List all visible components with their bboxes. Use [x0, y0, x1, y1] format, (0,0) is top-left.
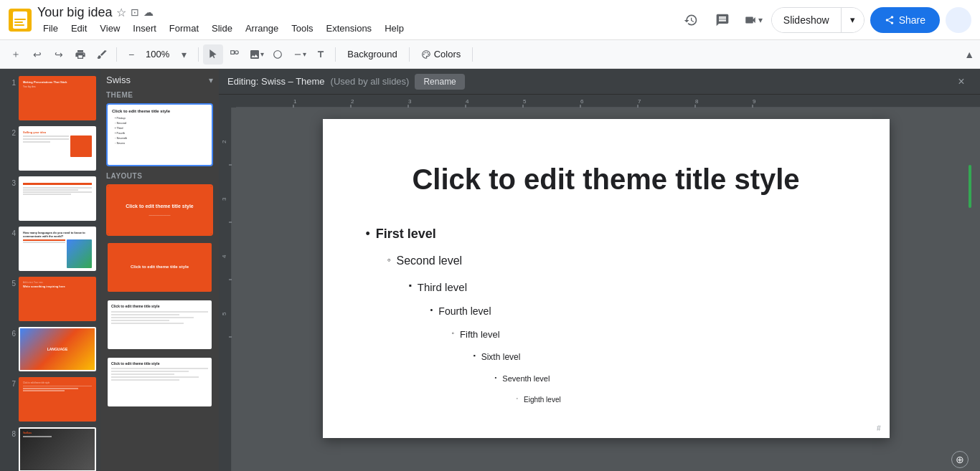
slide-canvas[interactable]: Click to edit theme title style • First … — [323, 119, 890, 438]
zoom-in-button[interactable]: ▾ — [174, 44, 194, 65]
cloud-icon[interactable]: ☁ — [143, 6, 154, 18]
slide-preview-5[interactable]: Add a text. Your own. Write something in… — [19, 277, 96, 321]
insert-shape-button[interactable] — [268, 44, 288, 65]
theme-bar: Editing: Swiss – Theme (Used by all slid… — [219, 69, 980, 95]
insert-text-button[interactable] — [311, 44, 331, 65]
rename-button[interactable]: Rename — [415, 74, 464, 90]
svg-text:2: 2 — [351, 98, 354, 105]
accent-bar — [969, 165, 971, 208]
background-button[interactable]: Background — [340, 44, 404, 65]
zoom-level[interactable]: 100% — [143, 49, 172, 60]
add-button[interactable]: ＋ — [6, 44, 26, 65]
colors-button[interactable]: Colors — [414, 44, 468, 65]
bullet-2: ◦ Second level — [387, 253, 847, 269]
svg-point-7 — [424, 52, 425, 53]
svg-rect-2 — [14, 22, 23, 23]
menu-extensions[interactable]: Extensions — [321, 22, 378, 35]
zoom-out-button[interactable]: − — [121, 44, 141, 65]
slide-preview-3[interactable] — [19, 176, 96, 221]
slideshow-button[interactable]: Slideshow ▾ — [771, 7, 864, 33]
theme-panel-header: Swiss ▾ — [106, 75, 213, 85]
slide-preview-8[interactable]: VanBaru — [19, 427, 96, 471]
comment-button[interactable] — [710, 7, 735, 33]
select-shape-button[interactable] — [225, 44, 245, 65]
svg-point-5 — [235, 50, 239, 54]
svg-text:9: 9 — [753, 98, 756, 105]
menu-tools[interactable]: Tools — [286, 22, 319, 35]
canvas-scroll[interactable]: Click to edit theme title style • First … — [232, 108, 980, 471]
doc-title[interactable]: Your big idea — [37, 5, 112, 20]
main-content: 1 Making Presentations That Stick Your b… — [0, 69, 980, 471]
user-avatar[interactable] — [946, 7, 971, 33]
format-paint-button[interactable] — [92, 44, 112, 65]
insert-line-button[interactable]: ▾ — [289, 44, 309, 65]
section-layouts-label: LAYOUTS — [106, 172, 213, 180]
layout-thumb-3[interactable]: Click to edit theme title style — [106, 299, 213, 351]
toolbar-cursor: ▾ ▾ — [203, 44, 331, 65]
share-button[interactable]: Share — [870, 7, 940, 33]
slide-thumb-6[interactable]: 6 LANGUAGE — [3, 325, 98, 373]
slide-thumb-4[interactable]: 4 How many languages do you need to know… — [3, 225, 98, 272]
sep-4 — [409, 47, 410, 62]
svg-rect-4 — [231, 50, 235, 54]
folder-icon[interactable]: ⊡ — [131, 6, 139, 18]
app-logo — [9, 9, 32, 32]
ruler-horizontal: 1 2 3 4 5 6 7 8 9 — [236, 95, 980, 108]
sep-3 — [335, 47, 336, 62]
layout-thumb-4[interactable]: Click to edit theme title style — [106, 356, 213, 408]
menu-insert[interactable]: Insert — [127, 22, 162, 35]
bullet-5: ◦ Fifth level — [452, 328, 847, 341]
toolbar: ＋ ↩ ↪ − 100% ▾ ▾ ▾ — [0, 40, 980, 69]
slide-thumb-8[interactable]: 8 VanBaru — [3, 426, 98, 471]
top-right-controls: ▾ Slideshow ▾ Share — [678, 7, 971, 33]
slide-thumb-2[interactable]: 2 Selling your idea — [3, 125, 98, 172]
slide-preview-6[interactable]: LANGUAGE — [19, 327, 96, 371]
toolbar-group-1: ＋ ↩ ↪ — [6, 44, 112, 65]
svg-text:4: 4 — [466, 98, 469, 105]
menu-help[interactable]: Help — [379, 22, 410, 35]
slideshow-main[interactable]: Slideshow — [772, 8, 841, 32]
slide-thumb-1[interactable]: 1 Making Presentations That Stick Your b… — [3, 75, 98, 122]
close-theme-button[interactable]: × — [951, 72, 971, 92]
theme-thumbnail[interactable]: Click to edit theme title style • Firstu… — [106, 103, 213, 166]
history-button[interactable] — [678, 7, 704, 33]
select-button[interactable] — [203, 44, 223, 65]
svg-text:4: 4 — [221, 254, 227, 258]
menu-file[interactable]: File — [37, 22, 64, 35]
zoom-fit-button[interactable]: ⊕ — [951, 451, 969, 468]
theme-panel-caret[interactable]: ▾ — [209, 75, 213, 85]
menu-arrange[interactable]: Arrange — [240, 22, 284, 35]
slide-preview-7[interactable]: Click to edit theme title style — [19, 377, 96, 422]
undo-button[interactable]: ↩ — [27, 44, 47, 65]
section-theme-label: THEME — [106, 91, 213, 99]
theme-panel-title: Swiss — [106, 75, 131, 85]
slide-preview-4[interactable]: How many languages do you need to know t… — [19, 227, 96, 271]
menu-slide[interactable]: Slide — [206, 22, 238, 35]
slide-bullets: • First level ◦ Second level ▪ Third lev… — [323, 225, 890, 405]
insert-image-button[interactable]: ▾ — [246, 44, 266, 65]
svg-text:2: 2 — [221, 140, 227, 143]
collapse-toolbar-button[interactable]: ▲ — [964, 44, 974, 65]
slide-preview-2[interactable]: Selling your idea — [19, 126, 96, 171]
theme-panel: Swiss ▾ THEME Click to edit theme title … — [100, 69, 219, 471]
slide-thumb-7[interactable]: 7 Click to edit theme title style — [3, 376, 98, 423]
present-button[interactable]: ▾ — [741, 7, 765, 33]
menu-format[interactable]: Format — [164, 22, 204, 35]
slide-title[interactable]: Click to edit theme title style — [323, 162, 890, 196]
slide-preview-1[interactable]: Making Presentations That Stick Your big… — [19, 76, 96, 120]
editing-subtext: (Used by all slides) — [331, 76, 410, 87]
redo-button[interactable]: ↪ — [49, 44, 69, 65]
star-icon[interactable]: ☆ — [116, 6, 126, 19]
slideshow-caret[interactable]: ▾ — [841, 8, 864, 32]
layout-thumb-1[interactable]: Click to edit theme title style —————— — [106, 184, 213, 236]
bullet-1: • First level — [366, 225, 847, 243]
svg-point-6 — [423, 53, 425, 54]
svg-text:3: 3 — [408, 98, 412, 105]
slide-thumb-5[interactable]: 5 Add a text. Your own. Write something … — [3, 275, 98, 323]
menu-edit[interactable]: Edit — [65, 22, 93, 35]
print-button[interactable] — [70, 44, 90, 65]
bullet-4: • Fourth level — [430, 305, 847, 319]
menu-view[interactable]: View — [94, 22, 126, 35]
layout-thumb-2[interactable]: Click to edit theme title style — [106, 242, 213, 293]
slide-thumb-3[interactable]: 3 — [3, 175, 98, 222]
